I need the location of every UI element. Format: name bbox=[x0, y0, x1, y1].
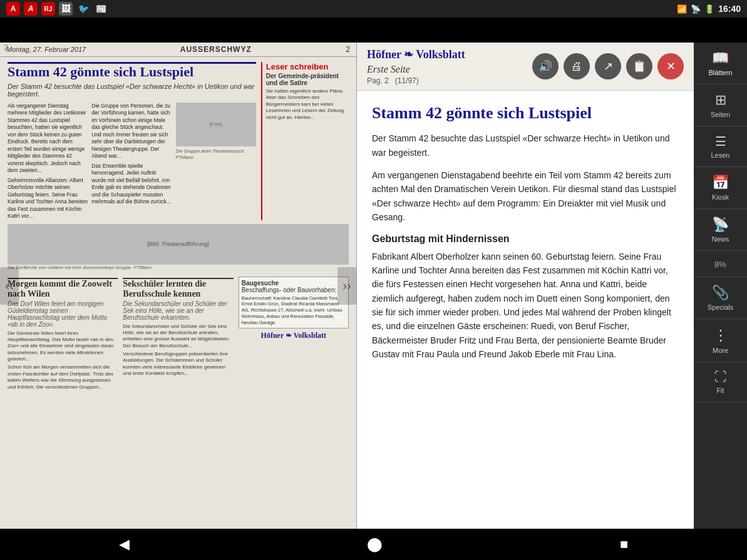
article-header: Höfner ❧ Volksblatt Erste Seite Pag. 2 (… bbox=[357, 43, 694, 91]
sidebar-item-lesen[interactable]: ☰ Lesen bbox=[694, 126, 747, 167]
app-icon-img[interactable]: 🖼 bbox=[59, 2, 73, 16]
battery-icon: 🔋 bbox=[704, 4, 714, 14]
seiten-label: Seiten bbox=[711, 111, 730, 118]
more-icon: ⋮ bbox=[713, 327, 728, 344]
fit-label: Fit bbox=[716, 387, 724, 394]
np-main-subtitle: Der Stamm 42 besuchte das Lustspiel «Der… bbox=[8, 83, 256, 98]
np-bau-title: Baugesuche bbox=[242, 280, 346, 287]
article-panel: Höfner ❧ Volksblatt Erste Seite Pag. 2 (… bbox=[357, 43, 694, 529]
np-bottom-cols: Morgen kommt die Zoowelt nach Wilen Das … bbox=[8, 274, 349, 391]
article-main-title: Stamm 42 gönnte sich Lustspiel bbox=[372, 103, 679, 123]
home-button[interactable]: ⬤ bbox=[367, 536, 383, 552]
np-main-title: Stamm 42 gönnte sich Lustspiel bbox=[8, 62, 256, 80]
sidebar-item-more[interactable]: ⋮ More bbox=[694, 319, 747, 362]
app-icon-rj[interactable]: RJ bbox=[41, 2, 55, 16]
time-display: 16:40 bbox=[718, 4, 741, 14]
article-section-title: Geburtstag mit Hindernissen bbox=[372, 233, 679, 245]
article-para1: Der Stamm 42 besuchte das Lustspiel «Der… bbox=[372, 131, 679, 160]
news-icon: 📡 bbox=[712, 216, 729, 233]
np-side-subtitle: Der Gemeinde-präsident und die Satire bbox=[266, 73, 349, 86]
np-col-1: Als vergangener Dienstag mehrere Mitglie… bbox=[8, 103, 88, 220]
status-bar: A A RJ 🖼 🐦 📰 📶 📡 🔋 16:40 bbox=[0, 0, 747, 18]
article-para3: Fabrikant Albert Oberholzer kann seinen … bbox=[372, 250, 679, 362]
np-logo-bottom: Höfner ❧ Volksblatt bbox=[239, 331, 349, 340]
blaettern-label: Blättern bbox=[709, 69, 733, 76]
np-section2-sub: Das Dorf Wilen feiert am morgigen Güdeld… bbox=[8, 300, 118, 328]
newspaper-header: Montag, 27. Februar 2017 AUSSERSCHWYZ 2 bbox=[0, 43, 356, 57]
sidebar-item-blaettern[interactable]: 📖 Blättern bbox=[694, 43, 747, 84]
grid-icon: ⊞ bbox=[715, 92, 726, 108]
lesen-label: Lesen bbox=[711, 151, 730, 159]
more-label: More bbox=[713, 347, 728, 354]
article-body[interactable]: Stamm 42 gönnte sich Lustspiel Der Stamm… bbox=[357, 91, 694, 529]
specials-label: Specials bbox=[708, 303, 734, 311]
bottom-bar: ◀ ⬤ ■ bbox=[0, 529, 747, 560]
paperclip-icon: 📎 bbox=[712, 285, 729, 301]
audio-button[interactable]: 🔊 bbox=[532, 53, 559, 79]
right-sidebar: 📖 Blättern ⊞ Seiten ☰ Lesen 📅 Kiosk 📡 Ne… bbox=[694, 43, 747, 529]
close-button[interactable]: ✕ bbox=[657, 53, 684, 79]
np-bau-sub: Beschaffungs- oder Bauvorhaben: bbox=[242, 287, 346, 293]
kiosk-label: Kiosk bbox=[712, 193, 729, 201]
bookmark-button[interactable]: 📋 bbox=[626, 53, 652, 79]
article-pag: Pag. 2 (11/97) bbox=[367, 76, 465, 85]
back-button[interactable]: ◀ bbox=[119, 536, 130, 552]
list-icon: ☰ bbox=[715, 134, 726, 149]
article-actions: 🔊 🖨 ↗ 📋 ✕ bbox=[532, 53, 684, 79]
newspaper-content: Stamm 42 gönnte sich Lustspiel Der Stamm… bbox=[0, 57, 356, 523]
newspaper-page-number: 2 bbox=[346, 45, 350, 54]
np-bau-box: Baugesuche Beschaffungs- oder Bauvorhabe… bbox=[239, 277, 349, 329]
newspaper-panel: ‹‹ ›› Montag, 27. Februar 2017 AUSSERSCH… bbox=[0, 43, 357, 529]
print-button[interactable]: 🖨 bbox=[564, 53, 590, 79]
np-section3-title: Sekschüler lernten die Berufsschule kenn… bbox=[123, 278, 233, 299]
signal-icon: 📶 bbox=[677, 4, 687, 14]
article-para2: Am vergangenen Dienstagabend beehrte ein… bbox=[372, 168, 679, 225]
np-col-2: Die Gruppe von Personen, die zu der Vorf… bbox=[91, 103, 172, 220]
app-icon-news[interactable]: 📰 bbox=[94, 2, 108, 16]
article-section-label: Erste Seite bbox=[367, 64, 465, 75]
sidebar-item-seiten[interactable]: ⊞ Seiten bbox=[694, 84, 747, 126]
calendar-icon: 📅 bbox=[712, 175, 729, 191]
news-label: News bbox=[712, 235, 729, 243]
np-side-title: Leser schreiben bbox=[266, 62, 349, 71]
recent-apps-button[interactable]: ■ bbox=[620, 536, 628, 552]
sidebar-item-kiosk[interactable]: 📅 Kiosk bbox=[694, 167, 747, 209]
page-indicator: 2 bbox=[4, 43, 8, 52]
app-icon-bird[interactable]: 🐦 bbox=[76, 2, 90, 16]
prev-page-button[interactable]: ‹‹ bbox=[0, 267, 19, 305]
fit-icon: ⛶ bbox=[714, 370, 727, 384]
main-content: ‹‹ ›› Montag, 27. Februar 2017 AUSSERSCH… bbox=[0, 43, 747, 529]
chevron-left-icon: ‹‹ bbox=[5, 278, 13, 293]
np-col-3: [Foto] Die Gruppe beim Theaterbesuch. PT… bbox=[176, 103, 256, 220]
percent-value: 8% bbox=[714, 260, 726, 269]
next-page-button[interactable]: ›› bbox=[337, 267, 356, 305]
book-open-icon: 📖 bbox=[712, 50, 729, 66]
app-icon-a[interactable]: A bbox=[6, 2, 20, 16]
wifi-icon: 📡 bbox=[691, 4, 701, 14]
np-section2-title: Morgen kommt die Zoowelt nach Wilen bbox=[8, 278, 118, 299]
app-icon-a2[interactable]: A bbox=[24, 2, 38, 16]
sidebar-item-fit[interactable]: ⛶ Fit bbox=[694, 362, 747, 402]
sidebar-item-specials[interactable]: 📎 Specials bbox=[694, 277, 747, 319]
article-logo: Höfner ❧ Volksblatt bbox=[367, 48, 465, 61]
sidebar-item-news[interactable]: 📡 News bbox=[694, 209, 747, 251]
newspaper-date: Montag, 27. Februar 2017 bbox=[6, 46, 86, 53]
newspaper-section: AUSSERSCHWYZ bbox=[180, 45, 252, 54]
share-button[interactable]: ↗ bbox=[595, 53, 621, 79]
sidebar-item-percent: 8% bbox=[694, 251, 747, 277]
np-section3-sub: Die Sekundarschüler und Schüler der Sek … bbox=[123, 300, 233, 321]
chevron-right-icon: ›› bbox=[343, 278, 351, 293]
